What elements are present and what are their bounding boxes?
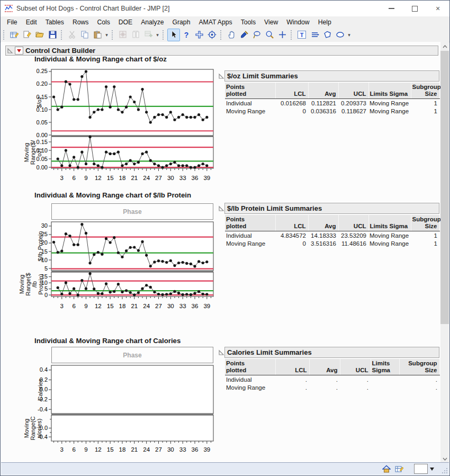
toolbar-grip[interactable] xyxy=(61,30,64,40)
svg-text:21: 21 xyxy=(131,446,138,453)
summary-title-bar[interactable]: Calories Limit Summaries xyxy=(224,347,439,358)
dropdown-arrow[interactable] xyxy=(430,468,434,471)
menu-graph[interactable]: Graph xyxy=(168,19,195,26)
scroller-tool-button[interactable] xyxy=(308,29,321,41)
svg-text:12: 12 xyxy=(95,175,102,181)
svg-text:-0.4: -0.4 xyxy=(38,434,48,440)
copy-button[interactable] xyxy=(78,29,91,41)
toolbar-grip[interactable] xyxy=(3,30,6,40)
annotate-T-icon: T xyxy=(298,31,306,39)
target-tool-button[interactable] xyxy=(205,29,218,41)
table-row[interactable]: Moving Range.... xyxy=(225,383,439,391)
red-triangle-menu-button[interactable] xyxy=(15,47,23,55)
data-table-button[interactable] xyxy=(116,29,129,41)
table-row[interactable]: Individual.... xyxy=(225,375,439,384)
oval-tool-button[interactable] xyxy=(334,29,346,41)
svg-text:5: 5 xyxy=(44,285,48,292)
menu-doe[interactable]: DOE xyxy=(114,19,137,26)
new-script-button[interactable] xyxy=(21,29,33,41)
table-cell: Moving Range xyxy=(225,107,275,115)
svg-text:39: 39 xyxy=(203,446,210,453)
close-button[interactable]: × xyxy=(426,1,449,16)
arrow-tool-button[interactable] xyxy=(167,29,180,41)
chevron-down-icon xyxy=(443,457,447,461)
scrollbar-thumb[interactable] xyxy=(440,51,449,324)
help-tool-button[interactable]: ? xyxy=(180,29,193,41)
new-data-table-button[interactable] xyxy=(8,29,21,41)
disclosure-icon[interactable] xyxy=(218,73,224,79)
brush-tool-button[interactable] xyxy=(238,29,250,41)
control-chart-protein[interactable]: 3025201510515105036912151821242730333639 xyxy=(19,220,218,311)
table-cell: 14.18333 xyxy=(308,231,338,240)
table-row[interactable]: Moving Range03.51631611.48616Moving Rang… xyxy=(225,239,439,247)
maximize-button[interactable] xyxy=(403,1,426,16)
menu-analyze[interactable]: Analyze xyxy=(137,19,168,26)
crosshair-tool-button[interactable] xyxy=(276,29,289,41)
resize-grip[interactable] xyxy=(441,467,448,474)
toolbar-overflow-chevron[interactable]: ▾ xyxy=(104,29,110,41)
minimize-button[interactable] xyxy=(380,1,403,16)
edit-table-icon[interactable] xyxy=(394,464,404,474)
col-header-avg: Avg xyxy=(308,215,338,231)
phase-drop-zone[interactable]: Phase xyxy=(51,347,213,363)
table-cell: Moving Range xyxy=(368,107,411,115)
save-button[interactable] xyxy=(46,29,59,41)
col-header-size: Subgroup Size xyxy=(411,83,439,99)
table-row[interactable]: Individual0.0162680.1128210.209373Moving… xyxy=(225,99,439,107)
menu-rows[interactable]: Rows xyxy=(68,19,93,26)
menu-bar: File Edit Tables Rows Cols DOE Analyze G… xyxy=(1,16,449,28)
svg-text:0.15: 0.15 xyxy=(37,94,48,100)
toolbar-grip[interactable] xyxy=(220,30,223,40)
svg-text:39: 39 xyxy=(203,175,210,181)
toolbar-grip[interactable] xyxy=(291,30,294,40)
annotate-tool-button[interactable]: T xyxy=(295,29,308,41)
col-header-size: Subgroup Size xyxy=(411,215,439,231)
open-file-button[interactable] xyxy=(33,29,46,41)
svg-text:27: 27 xyxy=(155,446,162,453)
home-icon[interactable] xyxy=(381,464,392,474)
toolbar-grip[interactable] xyxy=(112,30,115,40)
table-row[interactable]: Individual4.83457214.1833323.53209Moving… xyxy=(225,231,439,240)
menu-edit[interactable]: Edit xyxy=(22,19,41,26)
svg-text:3: 3 xyxy=(60,446,64,453)
toolbar-overflow-chevron[interactable]: ▾ xyxy=(155,29,160,41)
menu-view[interactable]: View xyxy=(260,19,282,26)
toolbar-overflow-chevron[interactable]: ▾ xyxy=(346,29,352,41)
menu-file[interactable]: File xyxy=(3,19,22,26)
table-row[interactable]: Moving Range00.0363160.118627Moving Rang… xyxy=(225,107,439,115)
table-cell: . xyxy=(399,383,439,391)
magnifier-tool-button[interactable] xyxy=(263,29,276,41)
toolbar: ▾ ▾ ? xyxy=(1,28,449,42)
paste-button[interactable] xyxy=(91,29,104,41)
cut-button[interactable] xyxy=(66,29,78,41)
summary-title-bar[interactable]: $/lb Protein Limit Summaries xyxy=(224,203,439,214)
grabber-tool-button[interactable] xyxy=(225,29,238,41)
svg-text:0.2: 0.2 xyxy=(40,376,48,383)
columns-button[interactable] xyxy=(129,29,142,41)
disclosure-icon[interactable] xyxy=(7,48,13,54)
lasso-tool-button[interactable] xyxy=(250,29,263,41)
add-rows-button[interactable] xyxy=(142,29,155,41)
menu-window[interactable]: Window xyxy=(282,19,313,26)
menu-tables[interactable]: Tables xyxy=(41,19,68,26)
control-chart-calories[interactable]: 0.40.20.0-0.2-0.40.0-0.43691215182124273… xyxy=(19,364,218,455)
menu-amat-apps[interactable]: AMAT Apps xyxy=(194,19,236,26)
toolbar-grip[interactable] xyxy=(163,30,166,40)
vertical-scrollbar[interactable] xyxy=(440,42,449,463)
phase-drop-zone[interactable]: Phase xyxy=(51,203,213,220)
disclosure-icon[interactable] xyxy=(218,205,224,212)
title-bar[interactable]: Subset of Hot Dogs - Control Chart Build… xyxy=(1,1,449,16)
disclosure-icon[interactable] xyxy=(218,349,224,356)
control-chart-oz[interactable]: 0.250.200.150.100.050.000.150.100.050.00… xyxy=(19,67,218,181)
svg-text:15: 15 xyxy=(107,175,114,181)
svg-text:0.0: 0.0 xyxy=(40,386,48,392)
summary-title-bar[interactable]: $/oz Limit Summaries xyxy=(224,70,439,82)
move-tool-button[interactable] xyxy=(193,29,205,41)
scroll-up-button[interactable] xyxy=(440,42,449,51)
menu-tools[interactable]: Tools xyxy=(237,19,260,26)
menu-help[interactable]: Help xyxy=(314,19,336,26)
polygon-tool-button[interactable] xyxy=(321,29,334,41)
color-well[interactable] xyxy=(414,464,428,474)
table-cell xyxy=(371,375,399,384)
menu-cols[interactable]: Cols xyxy=(93,19,114,26)
